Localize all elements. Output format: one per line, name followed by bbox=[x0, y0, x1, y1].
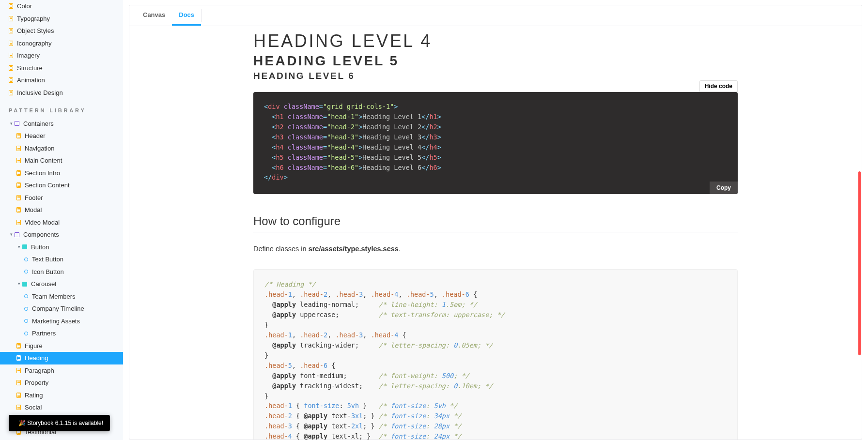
sidebar-folder-containers[interactable]: ▾Containers bbox=[0, 118, 123, 130]
sidebar-story-partners[interactable]: Partners bbox=[0, 327, 123, 340]
sidebar-item-section-content[interactable]: Section Content bbox=[0, 179, 123, 192]
sidebar-item-label: Structure bbox=[17, 63, 43, 73]
sidebar-item-label: Paragraph bbox=[25, 366, 54, 376]
sidebar-section-heading: PATTERN LIBRARY bbox=[0, 99, 123, 118]
sidebar-item-label: Video Modal bbox=[25, 218, 60, 228]
sidebar-item-label: Inclusive Design bbox=[17, 88, 63, 98]
sidebar: ColorTypographyObject StylesIconographyI… bbox=[0, 0, 123, 440]
sidebar-item-object-styles[interactable]: Object Styles bbox=[0, 25, 123, 37]
doc-body[interactable]: HEADING LEVEL 4 HEADING LEVEL 5 HEADING … bbox=[129, 26, 862, 440]
sidebar-item-label: Rating bbox=[25, 391, 43, 400]
sidebar-item-modal[interactable]: Modal bbox=[0, 204, 123, 216]
sidebar-story-team-members[interactable]: Team Members bbox=[0, 290, 123, 303]
sidebar-item-header[interactable]: Header bbox=[0, 130, 123, 142]
i-story-icon bbox=[24, 319, 28, 323]
sidebar-story-marketing-assets[interactable]: Marketing Assets bbox=[0, 315, 123, 328]
i-doc-icon bbox=[16, 355, 21, 361]
copy-button[interactable]: Copy bbox=[710, 182, 738, 194]
sidebar-item-iconography[interactable]: Iconography bbox=[0, 37, 123, 50]
sidebar-item-label: Modal bbox=[25, 205, 42, 215]
i-doc-icon bbox=[16, 158, 21, 163]
sidebar-item-label: Icon Button bbox=[32, 267, 64, 277]
sidebar-item-property[interactable]: Property bbox=[0, 377, 123, 389]
code-block-scss[interactable]: /* Heading */ .head-1, .head-2, .head-3,… bbox=[253, 269, 738, 440]
heading-level-4: HEADING LEVEL 4 bbox=[253, 31, 738, 51]
i-doc-icon bbox=[16, 343, 21, 349]
sidebar-item-rating[interactable]: Rating bbox=[0, 389, 123, 402]
sidebar-item-label: Object Styles bbox=[17, 26, 54, 36]
update-toast[interactable]: 🎉 Storybook 6.1.15 is available! bbox=[9, 415, 110, 431]
sidebar-item-label: Team Members bbox=[32, 292, 76, 302]
sidebar-item-structure[interactable]: Structure bbox=[0, 62, 123, 75]
i-comp-icon bbox=[22, 244, 27, 249]
i-story-icon bbox=[24, 270, 28, 273]
i-doc-icon bbox=[16, 133, 21, 138]
code-block-html[interactable]: <div className="grid grid-cols-1"> <h1 c… bbox=[253, 92, 738, 194]
heading-level-5: HEADING LEVEL 5 bbox=[253, 53, 738, 69]
sidebar-item-label: Header bbox=[25, 131, 46, 141]
sidebar-item-typography[interactable]: Typography bbox=[0, 13, 123, 25]
sidebar-item-label: Imagery bbox=[17, 51, 40, 61]
sidebar-item-label: Social bbox=[25, 403, 42, 412]
i-doc-icon bbox=[9, 3, 13, 9]
sidebar-item-inclusive-design[interactable]: Inclusive Design bbox=[0, 87, 123, 99]
sidebar-item-label: Marketing Assets bbox=[32, 317, 80, 326]
i-doc-icon bbox=[9, 65, 13, 71]
sidebar-story-text-button[interactable]: Text Button bbox=[0, 253, 123, 266]
hide-code-button[interactable]: Hide code bbox=[699, 80, 738, 92]
tab-separator bbox=[201, 9, 202, 22]
sidebar-comp-carousel[interactable]: ▾Carousel bbox=[0, 278, 123, 290]
sidebar-story-company-timeline[interactable]: Company Timeline bbox=[0, 303, 123, 315]
scroll-indicator[interactable] bbox=[858, 171, 861, 355]
sidebar-item-section-intro[interactable]: Section Intro bbox=[0, 167, 123, 180]
sidebar-item-animation[interactable]: Animation bbox=[0, 74, 123, 87]
sidebar-item-label: Footer bbox=[25, 193, 43, 203]
i-doc-icon bbox=[16, 380, 21, 385]
sidebar-comp-button[interactable]: ▾Button bbox=[0, 241, 123, 254]
sidebar-item-label: Iconography bbox=[17, 39, 52, 48]
i-comp-icon bbox=[22, 282, 27, 287]
sidebar-item-navigation[interactable]: Navigation bbox=[0, 142, 123, 155]
heading-level-6: HEADING LEVEL 6 bbox=[253, 71, 738, 81]
toast-text: 🎉 Storybook 6.1.15 is available! bbox=[18, 420, 103, 426]
i-doc-icon bbox=[16, 220, 21, 225]
para-path: src/assets/type.styles.scss bbox=[309, 245, 399, 253]
sidebar-item-heading[interactable]: Heading bbox=[0, 352, 123, 364]
tab-canvas[interactable]: Canvas bbox=[136, 5, 172, 26]
sidebar-story-icon-button[interactable]: Icon Button bbox=[0, 266, 123, 278]
sidebar-item-imagery[interactable]: Imagery bbox=[0, 49, 123, 62]
sidebar-item-video-modal[interactable]: Video Modal bbox=[0, 216, 123, 229]
sidebar-item-label: Main Content bbox=[25, 156, 62, 166]
sidebar-item-label: Button bbox=[31, 243, 49, 252]
sidebar-item-social[interactable]: Social bbox=[0, 401, 123, 414]
tab-bar: Canvas Docs bbox=[129, 5, 862, 26]
sidebar-folder-components[interactable]: ▾Components bbox=[0, 228, 123, 241]
sidebar-item-footer[interactable]: Footer bbox=[0, 192, 123, 204]
i-doc-icon bbox=[9, 16, 13, 21]
para-text-2: . bbox=[399, 245, 401, 253]
sidebar-item-label: Section Content bbox=[25, 181, 70, 190]
section-paragraph: Define classes in src/assets/type.styles… bbox=[253, 245, 738, 253]
sidebar-item-label: Partners bbox=[32, 329, 56, 338]
sidebar-item-label: Property bbox=[25, 378, 48, 388]
sidebar-item-label: Navigation bbox=[25, 144, 54, 153]
i-story-icon bbox=[24, 332, 28, 335]
sidebar-item-label: Figure bbox=[25, 341, 43, 351]
sidebar-item-label: Components bbox=[23, 230, 59, 240]
i-story-icon bbox=[24, 294, 28, 298]
tab-docs[interactable]: Docs bbox=[172, 5, 201, 26]
sidebar-item-label: Animation bbox=[17, 76, 45, 85]
i-folder-icon bbox=[15, 121, 19, 126]
sidebar-item-label: Heading bbox=[25, 353, 48, 363]
headings-demo: HEADING LEVEL 4 HEADING LEVEL 5 HEADING … bbox=[253, 31, 738, 86]
i-doc-icon bbox=[16, 146, 21, 151]
sidebar-item-main-content[interactable]: Main Content bbox=[0, 154, 123, 167]
sidebar-item-label: Carousel bbox=[31, 279, 56, 289]
i-doc-icon bbox=[9, 53, 13, 58]
sidebar-item-label: Typography bbox=[17, 14, 50, 24]
sidebar-item-paragraph[interactable]: Paragraph bbox=[0, 364, 123, 377]
sidebar-item-figure[interactable]: Figure bbox=[0, 340, 123, 352]
sidebar-item-label: Color bbox=[17, 1, 32, 11]
sidebar-item-color[interactable]: Color bbox=[0, 0, 123, 13]
i-story-icon bbox=[24, 258, 28, 261]
